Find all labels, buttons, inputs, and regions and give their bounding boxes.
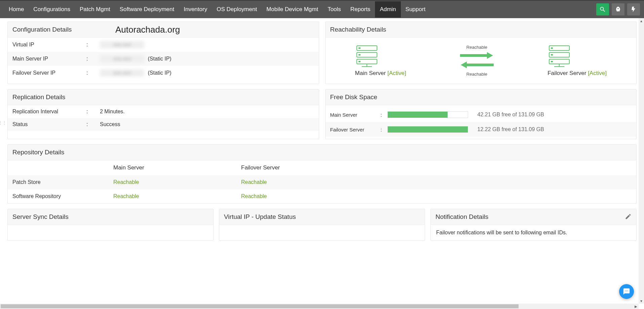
repo-header-main: Main Server xyxy=(113,164,241,171)
panel-title: Free Disk Space xyxy=(330,93,377,101)
svg-rect-1 xyxy=(358,47,361,49)
failover-server-graphic: Failover Server [Active] xyxy=(547,45,607,77)
nav-item-os-deployment[interactable]: OS Deployment xyxy=(212,1,262,17)
config-label: Main Server IP xyxy=(12,56,86,62)
top-nav: HomeConfigurationsPatch MgmtSoftware Dep… xyxy=(0,0,644,18)
replication-row: Status:Success xyxy=(8,118,319,131)
config-row: Failover Server IP:xxx.xxx(Static IP) xyxy=(8,66,319,80)
nav-item-configurations[interactable]: Configurations xyxy=(29,1,75,17)
panel-header: Replication Details xyxy=(8,89,319,105)
brand-label: Autorachada.org xyxy=(115,25,180,35)
colon: : xyxy=(381,112,387,118)
panel-title: Repository Details xyxy=(12,149,64,156)
horizontal-scroll-thumb[interactable] xyxy=(1,304,519,308)
config-suffix: (Static IP) xyxy=(148,56,171,62)
panel-header: Server Sync Details xyxy=(8,209,213,225)
colon: : xyxy=(86,56,100,62)
disk-label: Failover Server xyxy=(330,127,381,132)
search-button[interactable] xyxy=(596,3,609,15)
replication-value: 2 Minutes. xyxy=(100,109,314,115)
panel-header: Notification Details xyxy=(431,209,636,225)
replication-value: Success xyxy=(100,121,314,127)
config-row: Virtual IP:xxx.xxx xyxy=(8,38,319,52)
scroll-right-arrow[interactable]: ▶ xyxy=(633,304,639,309)
panel-title: Server Sync Details xyxy=(12,213,69,220)
replication-label: Status xyxy=(12,121,86,127)
nav-item-tools[interactable]: Tools xyxy=(323,1,346,17)
chat-button[interactable] xyxy=(619,284,634,299)
replication-row: Replication Interval:2 Minutes. xyxy=(8,105,319,118)
disk-usage-text: 12.22 GB free of 131.09 GB xyxy=(478,126,544,132)
scroll-down-arrow[interactable]: ▼ xyxy=(639,298,644,304)
nav-item-admin[interactable]: Admin xyxy=(375,1,401,17)
reachable-bottom-label: Reachable xyxy=(460,72,494,77)
edit-notification-icon[interactable] xyxy=(625,213,632,222)
svg-rect-13 xyxy=(551,54,553,55)
repository-details-panel: Repository Details Main ServerFailover S… xyxy=(7,144,637,204)
disk-row: Main Server:42.21 GB free of 131.09 GB xyxy=(326,107,637,122)
disk-row: Failover Server:12.22 GB free of 131.09 … xyxy=(326,122,637,137)
repo-row: Software RepositoryReachableReachable xyxy=(8,189,636,203)
failover-server-name: Failover Server xyxy=(547,70,586,76)
disk-usage-bar xyxy=(387,126,468,133)
nav-item-home[interactable]: Home xyxy=(4,1,29,17)
reachability-details-panel: Reachability Details Main Server [Active… xyxy=(325,22,637,84)
nav-item-patch-mgmt[interactable]: Patch Mgmt xyxy=(75,1,115,17)
hidden-ip-value: xxx.xxx xyxy=(100,41,144,48)
panel-header: Repository Details xyxy=(8,145,636,160)
free-disk-space-panel: Free Disk Space Main Server:42.21 GB fre… xyxy=(325,89,637,139)
repo-row-label: Patch Store xyxy=(12,179,113,185)
svg-marker-8 xyxy=(460,52,493,59)
panel-title: Reachability Details xyxy=(330,26,386,33)
vertical-scrollbar[interactable]: ▲ ▼ xyxy=(639,18,644,304)
main-server-name: Main Server xyxy=(355,70,386,76)
notification-details-panel: Notification Details Failover notificati… xyxy=(430,209,637,241)
repo-main-status: Reachable xyxy=(113,193,241,199)
panel-header: Free Disk Space xyxy=(326,89,637,105)
reachable-top-label: Reachable xyxy=(460,45,494,50)
sidebar-toggle[interactable]: ⋮⋮ xyxy=(0,116,5,129)
disk-label: Main Server xyxy=(330,112,381,118)
quick-launch-button[interactable] xyxy=(612,3,624,15)
repo-header-row: Main ServerFailover Server xyxy=(8,160,636,175)
nav-item-software-deployment[interactable]: Software Deployment xyxy=(115,1,179,17)
chat-icon xyxy=(623,288,630,295)
search-icon xyxy=(599,6,606,13)
nav-item-mobile-device-mgmt[interactable]: Mobile Device Mgmt xyxy=(262,1,323,17)
colon: : xyxy=(86,109,100,115)
disk-usage-bar xyxy=(387,111,468,118)
hidden-ip-value: xxx.xxx xyxy=(100,69,144,77)
nav-item-support[interactable]: Support xyxy=(401,1,430,17)
repo-header-failover: Failover Server xyxy=(241,164,632,171)
main-server-status: [Active] xyxy=(387,70,406,76)
svg-rect-11 xyxy=(551,47,553,49)
server-sync-details-panel: Server Sync Details xyxy=(7,209,214,241)
repo-row-label: Software Repository xyxy=(12,193,113,199)
config-suffix: (Static IP) xyxy=(148,70,171,76)
repo-row: Patch StoreReachableReachable xyxy=(8,175,636,189)
colon: : xyxy=(381,127,387,132)
colon: : xyxy=(86,70,100,76)
configuration-details-panel: Configuration Details Autorachada.org Vi… xyxy=(7,22,319,84)
panel-header: Reachability Details xyxy=(326,22,637,38)
horizontal-scrollbar[interactable]: ◀ ▶ xyxy=(0,304,639,309)
svg-marker-9 xyxy=(461,62,494,68)
quick-action-button[interactable] xyxy=(627,3,640,15)
repo-failover-status: Reachable xyxy=(241,193,632,199)
repo-failover-status: Reachable xyxy=(241,179,632,185)
config-label: Virtual IP xyxy=(12,42,86,48)
repo-header-blank xyxy=(12,164,113,171)
scroll-up-arrow[interactable]: ▲ xyxy=(639,18,644,24)
panel-title: Notification Details xyxy=(435,213,488,220)
repo-main-status: Reachable xyxy=(113,179,241,185)
reachability-arrows: Reachable Reachable xyxy=(460,44,494,78)
panel-title: Virtual IP - Update Status xyxy=(224,213,296,220)
hidden-ip-value: xxx.xxx xyxy=(100,55,144,63)
replication-details-panel: Replication Details Replication Interval… xyxy=(7,89,319,139)
virtual-ip-update-status-panel: Virtual IP - Update Status xyxy=(219,209,425,241)
notification-body-text: Failover notifications will be sent to f… xyxy=(431,225,636,240)
main-server-graphic: Main Server [Active] xyxy=(355,45,406,77)
panel-title: Replication Details xyxy=(12,93,65,101)
nav-item-reports[interactable]: Reports xyxy=(346,1,375,17)
nav-item-inventory[interactable]: Inventory xyxy=(179,1,212,17)
